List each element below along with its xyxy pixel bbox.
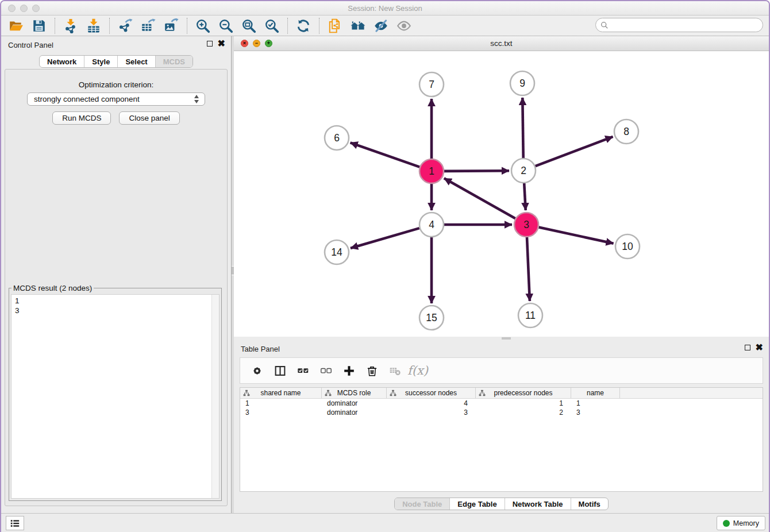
- table-cell[interactable]: 1: [571, 399, 620, 407]
- node-8[interactable]: 8: [614, 119, 638, 144]
- tab-edge-table[interactable]: Edge Table: [449, 498, 504, 510]
- zoom-in-button[interactable]: [191, 17, 214, 34]
- table-cell[interactable]: 2: [476, 408, 571, 417]
- tab-select[interactable]: Select: [117, 56, 155, 67]
- horizontal-divider-grip[interactable]: [502, 337, 511, 340]
- table-header-row: shared nameMCDS rolesuccessor nodesprede…: [240, 388, 763, 399]
- table-cell[interactable]: 3: [571, 408, 620, 417]
- edge-3-10[interactable]: [539, 228, 614, 244]
- home-view-button[interactable]: [346, 17, 369, 34]
- copy-network-icon: [328, 18, 342, 33]
- network-view-window: × − + scc.txt 1234678910111415: [234, 36, 769, 337]
- criterion-dropdown[interactable]: strongly connected component: [27, 92, 205, 106]
- result-scrollbar[interactable]: [211, 295, 219, 498]
- delete-columns-icon: [366, 365, 378, 377]
- table-cell[interactable]: 4: [387, 399, 476, 407]
- table-cell[interactable]: 1: [240, 399, 322, 407]
- node-4[interactable]: 4: [419, 213, 444, 237]
- search-input[interactable]: [609, 21, 763, 29]
- float-table-panel-icon[interactable]: [745, 345, 750, 350]
- node-label: 15: [426, 312, 437, 323]
- close-table-panel-icon[interactable]: ✖: [756, 345, 763, 350]
- table-row[interactable]: 3dominator323: [240, 408, 763, 417]
- node-14[interactable]: 14: [325, 240, 349, 264]
- node-6[interactable]: 6: [325, 126, 349, 150]
- optimization-label: Optimization criterion:: [5, 80, 227, 89]
- create-column-button[interactable]: [339, 361, 359, 380]
- control-panel: Control Panel ✖ NetworkStyleSelectMCDS O…: [1, 36, 231, 513]
- table-row[interactable]: 1dominator411: [240, 399, 763, 408]
- select-all-icon: [297, 365, 309, 377]
- edge-2-8[interactable]: [536, 137, 613, 166]
- toolbar-separator: [187, 18, 187, 34]
- node-9[interactable]: 9: [510, 71, 534, 95]
- select-all-button[interactable]: [293, 361, 313, 380]
- table-cell[interactable]: dominator: [322, 408, 387, 417]
- memory-label: Memory: [733, 519, 759, 527]
- memory-button[interactable]: Memory: [717, 516, 765, 530]
- node-label: 11: [525, 310, 536, 321]
- search-box[interactable]: [595, 18, 763, 32]
- tab-motifs[interactable]: Motifs: [571, 498, 608, 510]
- node-15[interactable]: 15: [419, 306, 444, 330]
- export-network-button[interactable]: [114, 17, 137, 34]
- column-header-name[interactable]: name: [571, 388, 620, 398]
- save-session-button[interactable]: [28, 17, 51, 34]
- zoom-selected-button[interactable]: [260, 17, 283, 34]
- zoom-out-button[interactable]: [214, 17, 237, 34]
- column-header-successor-nodes[interactable]: successor nodes: [387, 388, 476, 398]
- node-10[interactable]: 10: [615, 234, 640, 259]
- node-label: 9: [519, 78, 525, 89]
- hide-selected-button[interactable]: [369, 17, 392, 34]
- column-header-predecessor-nodes[interactable]: predecessor nodes: [476, 388, 571, 398]
- show-hide-columns-button[interactable]: [270, 361, 290, 380]
- export-image-button[interactable]: [160, 17, 183, 34]
- table-options-button[interactable]: [247, 361, 267, 380]
- node-11[interactable]: 11: [518, 303, 542, 327]
- edge-2-9[interactable]: [522, 98, 523, 158]
- export-table-button[interactable]: [137, 17, 160, 34]
- edge-1-6[interactable]: [351, 142, 420, 167]
- table-cell[interactable]: dominator: [322, 399, 387, 407]
- tab-style[interactable]: Style: [84, 56, 117, 67]
- column-header-mcds-role[interactable]: MCDS role: [322, 388, 387, 398]
- run-mcds-button[interactable]: Run MCDS: [52, 111, 111, 125]
- node-3[interactable]: 3: [514, 213, 538, 237]
- network-canvas[interactable]: 1234678910111415: [234, 51, 769, 337]
- close-panel-button[interactable]: Close panel: [119, 111, 179, 125]
- node-label: 7: [429, 79, 434, 90]
- table-options-icon: [251, 365, 263, 377]
- task-history-button[interactable]: [6, 516, 24, 530]
- tab-network-table[interactable]: Network Table: [505, 498, 571, 510]
- refresh-view-button[interactable]: [292, 17, 315, 34]
- table-panel-title: Table Panel: [241, 345, 280, 353]
- float-panel-icon[interactable]: [207, 41, 213, 47]
- node-7[interactable]: 7: [419, 72, 444, 97]
- open-file-button[interactable]: [5, 17, 28, 34]
- mcds-result-area[interactable]: 1 3: [11, 294, 220, 499]
- toolbar-separator: [319, 18, 319, 34]
- edge-3-11[interactable]: [527, 237, 530, 301]
- table-cell[interactable]: 3: [240, 408, 322, 417]
- import-network-button[interactable]: [59, 17, 82, 34]
- import-table-icon: [86, 18, 101, 33]
- zoom-fit-button[interactable]: [237, 17, 260, 34]
- tab-network[interactable]: Network: [40, 56, 84, 67]
- delete-columns-button[interactable]: [362, 361, 382, 380]
- tab-node-table[interactable]: Node Table: [395, 498, 449, 510]
- table-cell[interactable]: 3: [387, 408, 476, 417]
- node-2[interactable]: 2: [511, 159, 536, 183]
- edge-1-2[interactable]: [444, 171, 509, 171]
- show-hide-columns-icon: [274, 365, 286, 377]
- tab-mcds[interactable]: MCDS: [155, 56, 192, 67]
- column-header-shared-name[interactable]: shared name: [240, 388, 322, 398]
- import-table-button[interactable]: [82, 17, 105, 34]
- close-panel-icon[interactable]: ✖: [218, 41, 225, 47]
- edge-4-14[interactable]: [351, 228, 419, 248]
- table-cell[interactable]: 1: [476, 399, 571, 407]
- edge-3-1[interactable]: [444, 178, 515, 218]
- edge-2-3[interactable]: [524, 183, 526, 210]
- node-1[interactable]: 1: [419, 159, 444, 183]
- copy-network-button[interactable]: [324, 17, 346, 34]
- deselect-all-button[interactable]: [316, 361, 336, 380]
